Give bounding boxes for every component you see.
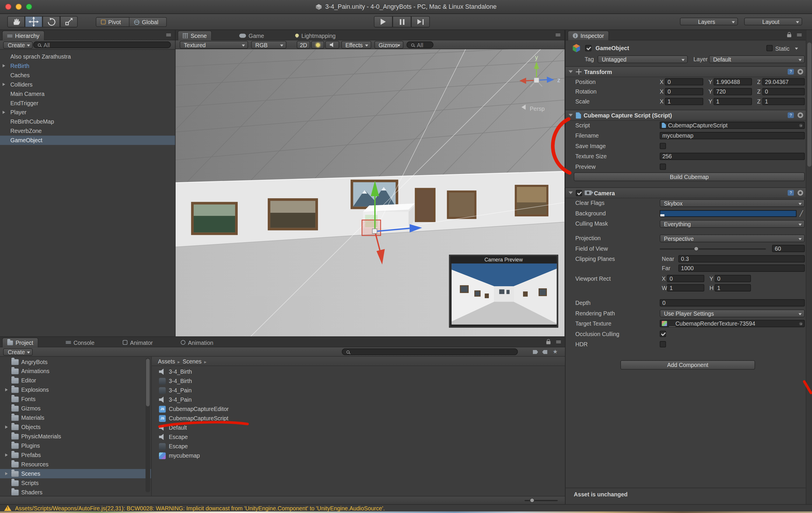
static-dropdown-icon[interactable] [795, 48, 798, 50]
folder-row[interactable]: Shaders [0, 488, 151, 496]
file-row[interactable]: 3-4_Pain [152, 386, 565, 395]
asset-zoom-slider[interactable] [525, 500, 558, 501]
scene-search-input[interactable]: All [407, 41, 433, 48]
tab-project[interactable]: Project [2, 337, 38, 348]
foldout-icon[interactable] [569, 70, 573, 73]
clear-flags-dropdown[interactable]: Skybox [660, 200, 805, 207]
tab-console[interactable]: Console [61, 337, 99, 348]
rotation-y-field[interactable]: 720 [714, 88, 752, 95]
inspector-scrollbar[interactable] [806, 30, 812, 504]
gear-icon[interactable] [798, 190, 803, 196]
add-component-button[interactable]: Add Component [620, 360, 755, 370]
hierarchy-item[interactable]: ReBirthCubeMap [0, 117, 176, 126]
folder-row-selected[interactable]: Scenes [0, 469, 151, 478]
effects-dropdown[interactable]: Effects [341, 41, 371, 49]
tab-hierarchy[interactable]: Hierarchy [2, 31, 45, 40]
active-checkbox[interactable] [585, 45, 591, 51]
hand-tool-button[interactable] [7, 16, 25, 27]
hdr-checkbox[interactable] [660, 341, 666, 347]
hierarchy-item[interactable]: Caches [0, 70, 176, 80]
lock-icon[interactable] [546, 341, 550, 344]
static-checkbox[interactable] [766, 45, 773, 51]
position-z-field[interactable]: 29.04367 [762, 78, 805, 85]
rendering-path-dropdown[interactable]: Use Player Settings [660, 309, 805, 318]
gear-icon[interactable] [798, 69, 803, 74]
expand-arrow-icon[interactable] [5, 472, 8, 475]
breadcrumb-current[interactable]: Scenes [182, 358, 202, 364]
hierarchy-create-button[interactable]: Create [3, 41, 33, 49]
tab-lightmapping[interactable]: Lightmapping [290, 31, 340, 40]
file-row[interactable]: Escape [152, 432, 565, 442]
folder-row[interactable]: Explosions [0, 385, 151, 394]
clipping-near-field[interactable]: 0.3 [678, 255, 805, 263]
script-object-field[interactable]: CubemapCaptureScript [660, 122, 805, 129]
folder-row[interactable]: Prefabs [0, 450, 151, 460]
help-icon[interactable]: ? [788, 112, 794, 118]
project-create-button[interactable]: Create [3, 348, 33, 356]
hierarchy-item[interactable]: ReBirth [0, 61, 176, 70]
project-search-input[interactable] [342, 348, 518, 355]
tag-dropdown[interactable]: Untagged [598, 55, 688, 63]
minimize-button[interactable] [16, 3, 22, 10]
hierarchy-item[interactable]: Also sprach Zarathustra [0, 52, 176, 61]
zoom-button[interactable] [26, 3, 32, 10]
step-button[interactable] [411, 16, 430, 27]
file-row[interactable]: Escape [152, 442, 565, 451]
hierarchy-search-input[interactable]: All [33, 41, 171, 48]
folder-row[interactable]: Plugins [0, 441, 151, 450]
expand-arrow-icon[interactable] [5, 426, 8, 429]
projection-dropdown[interactable]: Perspective [660, 235, 805, 242]
tab-animation[interactable]: Animation [176, 337, 218, 348]
gizmos-dropdown[interactable]: Gizmos [375, 41, 403, 49]
rotation-z-field[interactable]: 0 [762, 88, 805, 95]
target-texture-field[interactable]: __CubemapRenderTexture-73594 [660, 320, 805, 327]
perspective-label[interactable]: Persp [530, 105, 545, 112]
tab-scene[interactable]: Scene [178, 31, 212, 40]
folder-row[interactable]: AngryBots [0, 357, 151, 366]
layers-dropdown[interactable]: Layers [680, 18, 738, 25]
toggle-2d-button[interactable]: 2D [297, 41, 310, 49]
folder-row[interactable]: Gizmos [0, 404, 151, 413]
rotation-x-field[interactable]: 0 [665, 88, 703, 95]
status-bar[interactable]: Assets/Scripts/Weapons/AutoFire.js(22,31… [0, 504, 812, 512]
help-icon[interactable]: ? [788, 190, 794, 196]
hierarchy-item[interactable]: Colliders [0, 80, 176, 89]
file-row[interactable]: CubemapCaptureEditor [152, 404, 565, 414]
folder-row[interactable]: Editor [0, 376, 151, 385]
folder-row[interactable]: Scripts [0, 478, 151, 488]
layer-dropdown[interactable]: Default [709, 55, 805, 63]
scale-y-field[interactable]: 1 [714, 98, 752, 105]
background-color-field[interactable] [660, 210, 796, 217]
fov-slider-thumb[interactable] [694, 246, 699, 251]
hierarchy-item[interactable]: ReverbZone [0, 126, 176, 135]
help-icon[interactable]: ? [788, 69, 794, 74]
scene-menu-icon[interactable] [556, 33, 560, 36]
foldout-icon[interactable] [569, 191, 573, 194]
file-row[interactable]: mycubemap [152, 451, 565, 460]
scale-z-field[interactable]: 1 [762, 98, 805, 105]
fov-slider[interactable] [660, 248, 766, 249]
expand-arrow-icon[interactable] [5, 454, 8, 457]
search-by-type-icon[interactable] [533, 350, 538, 354]
play-button[interactable] [374, 16, 393, 27]
file-row[interactable]: 3-4_Birth [152, 367, 565, 376]
culling-mask-dropdown[interactable]: Everything [660, 220, 805, 228]
hierarchy-item[interactable]: Main Camera [0, 89, 176, 98]
audio-toggle-button[interactable] [325, 41, 339, 49]
object-picker-icon[interactable] [799, 322, 803, 326]
layout-dropdown[interactable]: Layout [744, 18, 802, 25]
depth-field[interactable]: 0 [660, 299, 805, 307]
folder-row[interactable]: Animations [0, 366, 151, 376]
cubemap-script-component-header[interactable]: Cubemap Capture Script (Script) ? [566, 110, 806, 121]
tab-animator[interactable]: Animator [118, 337, 157, 348]
move-tool-button[interactable] [25, 16, 42, 27]
viewport-w-field[interactable]: 1 [667, 284, 704, 292]
viewport-x-field[interactable]: 0 [667, 275, 704, 282]
global-toggle[interactable]: Global [129, 17, 167, 27]
file-row[interactable]: 3-4_Pain [152, 395, 565, 404]
hierarchy-item[interactable]: EndTrigger [0, 98, 176, 108]
position-x-field[interactable]: 0 [665, 78, 703, 85]
expand-arrow-icon[interactable] [5, 388, 8, 391]
camera-enabled-checkbox[interactable] [576, 190, 582, 196]
build-cubemap-button[interactable]: Build Cubemap [574, 172, 805, 181]
